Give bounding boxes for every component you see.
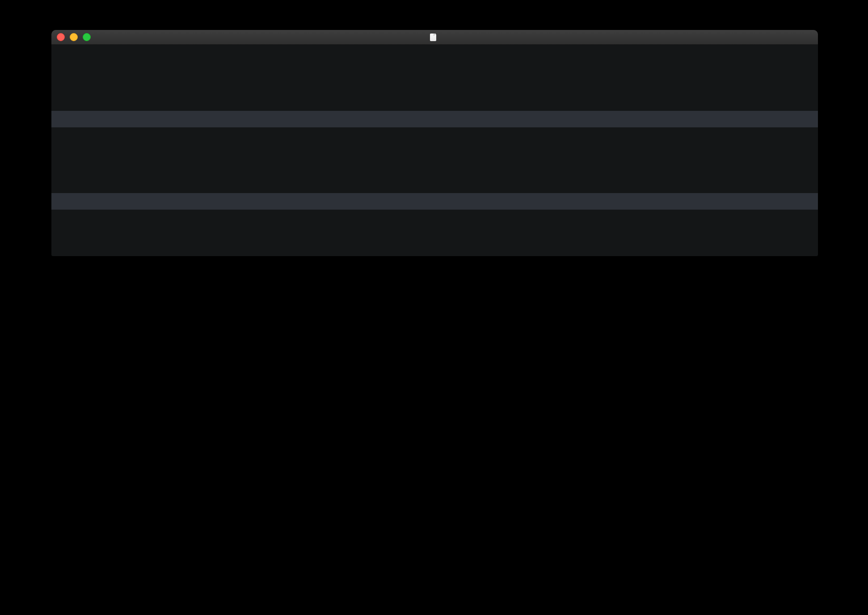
file-icon <box>430 34 436 41</box>
statusline-top <box>51 111 818 127</box>
title-wrap <box>51 34 818 41</box>
close-icon[interactable] <box>57 33 65 41</box>
editor[interactable] <box>51 45 818 256</box>
traffic-lights <box>57 33 91 41</box>
zoom-icon[interactable] <box>83 33 91 41</box>
terminal-window <box>51 30 818 256</box>
minimize-icon[interactable] <box>70 33 78 41</box>
titlebar <box>51 30 818 45</box>
statusline-bottom <box>51 193 818 210</box>
